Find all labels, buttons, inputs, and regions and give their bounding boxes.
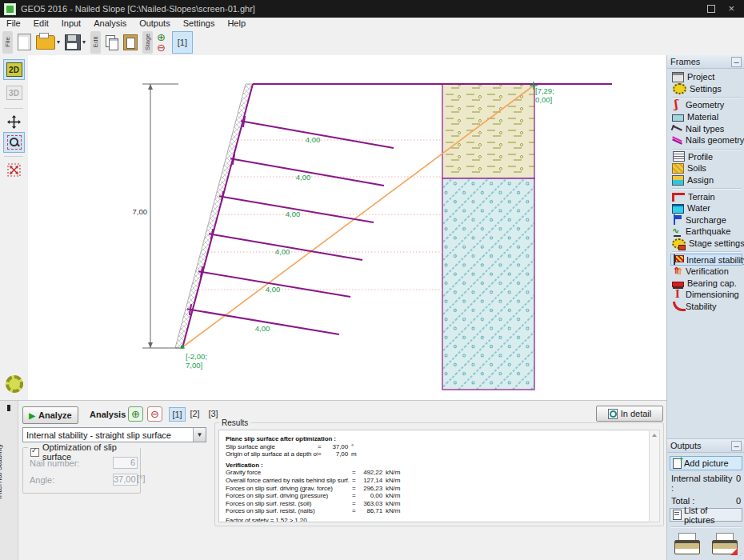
remove-stage-button[interactable]: ⊖: [157, 42, 166, 53]
sidebar-item-stability[interactable]: Stability: [670, 301, 744, 313]
open-dropdown-icon[interactable]: ▾: [57, 38, 60, 46]
slip-origin-coordinates-line1: [-2,00;: [186, 352, 207, 361]
menu-help[interactable]: Help: [221, 18, 252, 28]
menu-analysis[interactable]: Analysis: [87, 18, 133, 28]
result-row: Gravity force=492,22kN/m: [226, 469, 650, 477]
sidebar-item-internal-stability[interactable]: Internal stability: [670, 254, 742, 266]
sidebar-item-water[interactable]: Water: [670, 202, 744, 214]
copy-picture-button[interactable]: [103, 31, 121, 54]
zoom-window-button[interactable]: [3, 132, 25, 153]
menu-edit[interactable]: Edit: [27, 18, 55, 28]
add-picture-button[interactable]: Add picture: [670, 456, 742, 470]
result-unit: kN/m: [382, 500, 400, 508]
optimization-groupbox: Optimization of slip surface Nail number…: [22, 447, 141, 494]
resize-grip[interactable]: ⋰: [737, 553, 743, 559]
analysis-method-select[interactable]: Internal stability - straight slip surfa…: [22, 427, 206, 442]
sidebar-item-geometry[interactable]: Geometry: [670, 99, 744, 111]
close-window-button[interactable]: ×: [728, 5, 734, 13]
equals-sign: =: [352, 477, 358, 485]
result-value: 127,14: [358, 477, 382, 485]
sidebar-item-settings[interactable]: Settings: [670, 83, 744, 95]
restore-window-button[interactable]: [707, 5, 715, 13]
water-icon: [672, 204, 684, 214]
sidebar-item-earthquake[interactable]: Earthquake: [670, 226, 744, 238]
view-3d-button[interactable]: 3D: [3, 82, 25, 103]
frames-minimize-button[interactable]: –: [731, 57, 742, 67]
new-file-button[interactable]: [15, 31, 34, 54]
sidebar-item-nail-types[interactable]: Nail types: [670, 122, 744, 134]
menu-outputs[interactable]: Outputs: [133, 18, 177, 28]
result-row: Slip surface angle=37,00°: [226, 443, 650, 451]
save-file-button[interactable]: ▾: [62, 31, 88, 54]
sidebar-item-verification[interactable]: Verification: [670, 266, 744, 278]
pan-tool-button[interactable]: [3, 111, 25, 132]
toolbar-stage-group-label: Stage: [142, 31, 153, 54]
nail-spacing-dotted-lines: [198, 140, 442, 290]
chevron-down-icon[interactable]: ▼: [193, 428, 206, 442]
outputs-minimize-button[interactable]: –: [731, 441, 742, 451]
sidebar-item-surcharge[interactable]: Surcharge: [670, 214, 744, 226]
outputs-panel-header: Outputs –: [667, 439, 744, 453]
print-button[interactable]: [671, 531, 703, 557]
add-stage-button[interactable]: ⊕: [157, 32, 166, 42]
results-groupbox: Results Plane slip surface after optimiz…: [214, 422, 664, 526]
frames-panel-title: Frames: [670, 57, 700, 66]
sidebar-item-material[interactable]: Material: [670, 111, 744, 123]
sidebar-item-label: Profile: [688, 152, 713, 162]
sidebar-item-profile[interactable]: Profile: [670, 151, 744, 163]
analyze-button[interactable]: ▶ Analyze: [22, 406, 78, 424]
save-dropdown-icon[interactable]: ▾: [82, 38, 86, 46]
nail-number-field[interactable]: 6: [113, 457, 138, 469]
sidebar-item-label: Internal stability: [686, 255, 744, 265]
menu-input[interactable]: Input: [55, 18, 87, 28]
save-floppy-icon: [65, 34, 81, 50]
sidebar-item-dimensioning[interactable]: Dimensioning: [670, 289, 744, 301]
zoom-selection-icon: [7, 135, 22, 150]
result-value: 37,00: [324, 443, 348, 451]
open-file-button[interactable]: ▾: [34, 31, 62, 54]
sidebar-item-nails-geometry[interactable]: Nails geometry: [670, 134, 744, 146]
in-detail-button[interactable]: In detail: [596, 406, 663, 422]
sidebar-item-stage-settings[interactable]: Stage settings: [670, 238, 744, 250]
remove-analysis-button[interactable]: ⊖: [147, 406, 162, 422]
angle-field[interactable]: 37,00: [113, 474, 138, 486]
list-of-pictures-button[interactable]: List of pictures: [670, 508, 742, 522]
analysis-tab-2[interactable]: [2]: [187, 407, 202, 420]
terrain-icon: [672, 193, 685, 202]
stage-tab-1[interactable]: [1]: [172, 31, 193, 54]
result-label: Gravity force: [226, 469, 352, 477]
frames-group-separator: [670, 186, 744, 190]
view-2d-button[interactable]: 2D: [3, 59, 25, 80]
analysis-tab-label: Internal stability: [0, 443, 3, 498]
menu-settings[interactable]: Settings: [177, 18, 222, 28]
drawing-settings-button[interactable]: [3, 374, 25, 394]
results-content: Plane slip surface after optimization : …: [218, 430, 650, 522]
sidebar-item-label: Settings: [690, 84, 722, 94]
drawing-canvas[interactable]: 7,00 4,00 4,00 4,00 4,00 4,00 4,00 [7,29…: [28, 55, 666, 400]
equals-sign: =: [352, 469, 358, 477]
fit-to-view-button[interactable]: [3, 159, 25, 180]
sidebar-item-bearing-cap[interactable]: Bearing cap.: [670, 278, 744, 290]
slip-exit-coordinates-line1: [7,29;: [535, 86, 554, 95]
analysis-vertical-tab[interactable]: Internal stability: [0, 401, 18, 560]
print-preview-button[interactable]: [709, 531, 741, 557]
sidebar-item-project[interactable]: Project: [670, 71, 744, 83]
sidebar-item-assign[interactable]: Assign: [670, 174, 744, 186]
equals-sign: =: [318, 450, 324, 458]
panel-handle[interactable]: [7, 405, 10, 411]
nail-number-label: Nail number:: [30, 458, 79, 468]
optimization-checkbox[interactable]: [30, 448, 39, 457]
paste-picture-button[interactable]: [121, 31, 140, 54]
sidebar-item-label: Stage settings: [689, 238, 744, 248]
menu-file[interactable]: File: [0, 18, 27, 28]
right-panel-column: Frames – Project Settings Geometry Mater…: [666, 55, 744, 560]
sidebar-item-soils[interactable]: Soils: [670, 162, 744, 174]
sidebar-item-label: Material: [687, 112, 718, 122]
results-scrollbar[interactable]: [649, 430, 660, 522]
sidebar-item-terrain[interactable]: Terrain: [670, 190, 744, 202]
add-analysis-button[interactable]: ⊕: [128, 406, 143, 422]
analysis-tab-1[interactable]: [1]: [169, 407, 186, 422]
height-dimension: [142, 84, 185, 348]
play-icon: ▶: [29, 411, 35, 420]
result-row: Forces on slip surf. driving (pressure)=…: [226, 492, 650, 500]
